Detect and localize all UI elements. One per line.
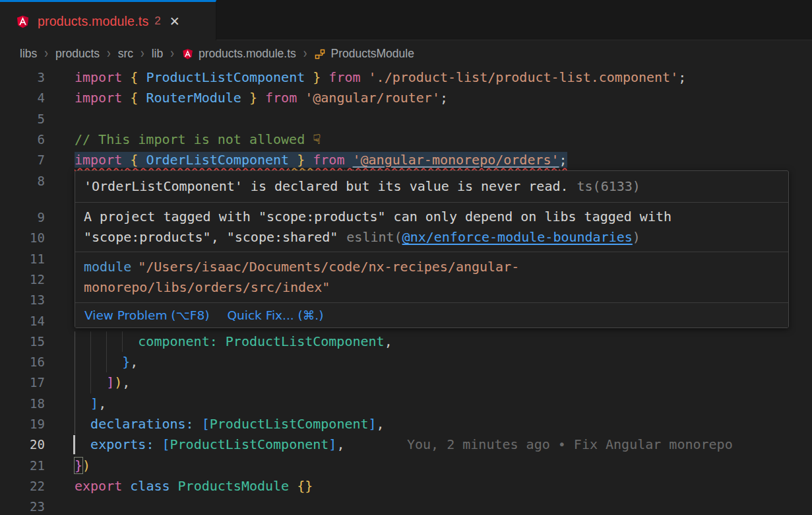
line-number[interactable]: 9 [0, 207, 45, 228]
line-number[interactable]: 7 [0, 150, 45, 170]
code-token: ProductsModule [178, 478, 290, 494]
code-token: , [336, 436, 344, 452]
line-number[interactable]: 13 [0, 290, 45, 310]
breadcrumb-item-file[interactable]: products.module.ts [181, 47, 296, 61]
code-token [122, 69, 130, 85]
code-token [122, 478, 130, 494]
code-token: ☟ [313, 131, 321, 147]
line-number[interactable]: 15 [0, 331, 45, 352]
warning-squiggle: } [289, 152, 313, 168]
diagnostic-code: ts(6133) [577, 178, 640, 194]
view-problem-button[interactable]: View Problem (⌥F8) [84, 308, 209, 322]
line-number[interactable]: 17 [0, 372, 45, 393]
breadcrumb-item-symbol[interactable]: ProductsModule [314, 47, 414, 61]
code-token: exports [90, 436, 146, 452]
chevron-right-icon: › [44, 46, 48, 62]
git-blame-annotation: You, 2 minutes ago • Fix Angular monorep… [407, 434, 733, 455]
tab-products-module[interactable]: products.module.ts 2 ✕ [0, 0, 216, 40]
code-token: ] [328, 436, 336, 452]
line-number[interactable]: 18 [0, 394, 45, 414]
error-hover-popup: 'OrderListComponent' is declared but its… [75, 170, 789, 328]
code-line-22[interactable]: 22export class ProductsModule {} [0, 476, 812, 497]
code-line-4[interactable]: 4import { RouterModule } from '@angular/… [0, 88, 812, 108]
breadcrumb-item-src[interactable]: src [118, 47, 133, 61]
code-token [75, 333, 138, 349]
code-token [289, 152, 297, 168]
code-line-23[interactable]: 23 [0, 497, 812, 515]
line-number[interactable]: 19 [0, 414, 45, 434]
chevron-right-icon: › [170, 46, 174, 62]
code-line-6[interactable]: 6// This import is not allowed ☟ [0, 129, 812, 150]
line-number[interactable]: 22 [0, 476, 45, 497]
diagnostic-source: ) [633, 229, 640, 245]
code-token [154, 436, 162, 452]
code-token [321, 69, 328, 85]
line-number[interactable]: 14 [0, 311, 45, 331]
code-token [75, 354, 122, 370]
line-number[interactable]: 6 [0, 129, 45, 150]
code-token: : [146, 436, 154, 452]
code-line-18[interactable]: 18 ], [0, 394, 812, 414]
eslint-rule-link[interactable]: @nx/enforce-module-boundaries [402, 229, 633, 245]
code-text: exports: [ProductListComponent], [75, 434, 344, 455]
code-line-21[interactable]: 21}) [0, 456, 812, 476]
code-line-16[interactable]: 16 }, [0, 352, 812, 372]
line-number[interactable]: 3 [0, 67, 45, 88]
code-line-15[interactable]: 15 component: ProductListComponent, [0, 331, 812, 352]
breadcrumb-item-lib[interactable]: lib [152, 47, 164, 61]
code-token [122, 90, 130, 106]
line-number[interactable]: 4 [0, 88, 45, 108]
code-text: }, [75, 352, 138, 372]
code-token: , [130, 354, 138, 370]
line-number[interactable]: 23 [0, 497, 45, 515]
code-token: class [130, 478, 170, 494]
line-number[interactable]: 11 [0, 249, 45, 269]
code-line-20[interactable]: 20 exports: [ProductListComponent],You, … [0, 434, 812, 455]
code-line-3[interactable]: 3import { ProductListComponent } from '.… [0, 67, 812, 88]
code-token: ) [82, 458, 90, 473]
code-token [344, 152, 352, 168]
code-token [75, 436, 90, 452]
code-token: { [130, 90, 138, 106]
line-number[interactable]: 20 [0, 434, 45, 455]
line-number[interactable]: 10 [0, 228, 45, 248]
code-token [75, 416, 90, 432]
code-line-7[interactable]: 7import { OrderListComponent } from '@an… [0, 150, 812, 170]
angular-icon [15, 14, 30, 29]
code-token: , [385, 333, 392, 349]
code-token [138, 69, 146, 85]
code-token: ProductListComponent [146, 69, 305, 85]
close-icon[interactable]: ✕ [170, 14, 180, 29]
class-icon [314, 48, 326, 60]
code-token: from [328, 69, 360, 85]
line-number[interactable]: 12 [0, 269, 45, 290]
breadcrumb-item-libs[interactable]: libs [20, 47, 37, 61]
code-token [289, 478, 297, 494]
code-token: import [75, 90, 122, 106]
line-number[interactable]: 8 [0, 171, 45, 191]
code-line-19[interactable]: 19 declarations: [ProductListComponent], [0, 414, 812, 434]
code-token: from [265, 90, 297, 106]
code-token: ] [90, 395, 98, 411]
breadcrumb-item-products[interactable]: products [55, 47, 100, 61]
quick-fix-button[interactable]: Quick Fix... (⌘.) [227, 308, 323, 322]
code-token: OrderListComponent [146, 152, 289, 168]
line-number[interactable]: 16 [0, 352, 45, 372]
tab-bar: products.module.ts 2 ✕ [0, 0, 812, 40]
chevron-right-icon: › [303, 46, 307, 62]
code-token: ] [369, 416, 377, 432]
code-token: { [130, 152, 138, 168]
code-token: import [75, 152, 122, 168]
tab-title: products.module.ts [38, 14, 148, 29]
code-line-17[interactable]: 17 ]), [0, 372, 812, 393]
code-token [75, 374, 106, 390]
code-token [361, 69, 369, 85]
code-line-5[interactable]: 5 [0, 109, 812, 129]
diagnostic-message: 'OrderListComponent' is declared but its… [84, 178, 569, 194]
line-number[interactable]: 5 [0, 109, 45, 129]
code-token: import [75, 69, 122, 85]
line-number[interactable]: 21 [0, 456, 45, 476]
code-token: component [138, 333, 209, 349]
code-token: ProductListComponent [170, 436, 329, 452]
code-token: './product-list/product-list.component' [369, 69, 679, 85]
